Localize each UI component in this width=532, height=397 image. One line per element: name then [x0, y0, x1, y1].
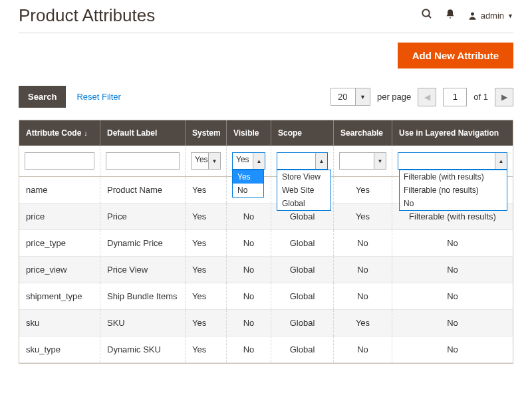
filter-searchable-value: [340, 153, 374, 169]
column-header-code[interactable]: Attribute Code↓: [19, 120, 100, 146]
notifications-icon[interactable]: [445, 9, 456, 23]
cell-scope: Global: [271, 336, 334, 362]
add-new-attribute-button[interactable]: Add New Attribute: [398, 43, 513, 68]
dropdown-option[interactable]: No: [400, 197, 507, 210]
cell-code: shipment_type: [19, 283, 100, 309]
chevron-up-icon: ▲: [315, 153, 327, 169]
reset-filter-link[interactable]: Reset Filter: [76, 92, 120, 102]
svg-point-0: [422, 9, 430, 17]
dropdown-option[interactable]: Web Site: [277, 184, 331, 197]
dropdown-option[interactable]: Global: [277, 197, 331, 210]
chevron-down-icon: ▼: [208, 153, 220, 169]
cell-visible: No: [227, 310, 271, 336]
cell-visible: No: [227, 257, 271, 283]
cell-scope: Global: [271, 257, 334, 283]
dropdown-option[interactable]: Store View: [277, 170, 331, 184]
page-total-label: of 1: [473, 92, 488, 102]
column-header-system[interactable]: System: [186, 120, 227, 146]
cell-label: Price: [100, 203, 186, 229]
cell-code: sku_type: [19, 336, 100, 362]
cell-label: Product Name: [100, 177, 186, 203]
filter-label-input[interactable]: [106, 152, 180, 170]
cell-visible: No: [227, 283, 271, 309]
dropdown-option[interactable]: Yes: [233, 170, 263, 184]
column-header-layered[interactable]: Use in Layered Navigation: [392, 120, 513, 146]
cell-visible: No: [227, 230, 271, 256]
dropdown-option[interactable]: No: [233, 184, 263, 197]
table-row[interactable]: sku_typeDynamic SKUYesNoGlobalNoNo: [19, 336, 513, 363]
chevron-down-icon: ▼: [355, 88, 370, 105]
cell-code: price_type: [19, 230, 100, 256]
table-row[interactable]: shipment_typeShip Bundle ItemsYesNoGloba…: [19, 283, 513, 310]
current-page-input[interactable]: [443, 88, 467, 106]
cell-code: price: [19, 203, 100, 229]
filter-scope-select[interactable]: ▲ Store View Web Site Global: [277, 152, 328, 170]
filter-visible-select[interactable]: Yes ▲ Yes No: [232, 152, 265, 170]
cell-scope: Global: [271, 310, 334, 336]
cell-layered: No: [392, 336, 513, 362]
filter-scope-dropdown: Store View Web Site Global: [277, 170, 331, 211]
column-header-label[interactable]: Default Label: [100, 120, 186, 146]
page-size-select[interactable]: 20 ▼: [331, 88, 370, 106]
cell-searchable: No: [334, 230, 392, 256]
cell-searchable: Yes: [334, 177, 392, 203]
cell-searchable: Yes: [334, 203, 392, 229]
column-header-scope[interactable]: Scope: [271, 120, 334, 146]
per-page-label: per page: [377, 92, 411, 102]
account-menu[interactable]: admin ▼: [467, 11, 513, 21]
filter-scope-value: [277, 153, 315, 169]
cell-label: SKU: [100, 310, 186, 336]
search-icon[interactable]: [421, 8, 433, 23]
svg-point-2: [471, 13, 474, 16]
column-header-searchable[interactable]: Searchable: [334, 120, 392, 146]
chevron-up-icon: ▲: [495, 153, 507, 169]
chevron-down-icon: ▼: [507, 13, 513, 19]
chevron-down-icon: ▼: [374, 153, 386, 169]
cell-searchable: No: [334, 283, 392, 309]
table-row[interactable]: price_typeDynamic PriceYesNoGlobalNoNo: [19, 230, 513, 257]
search-button[interactable]: Search: [19, 86, 66, 108]
cell-label: Ship Bundle Items: [100, 283, 186, 309]
dropdown-option[interactable]: Filterable (with results): [400, 170, 507, 184]
chevron-up-icon: ▲: [253, 153, 265, 169]
cell-label: Price View: [100, 257, 186, 283]
table-row[interactable]: skuSKUYesNoGlobalYesNo: [19, 310, 513, 336]
cell-searchable: No: [334, 336, 392, 362]
cell-layered: No: [392, 257, 513, 283]
cell-system: Yes: [186, 310, 227, 336]
column-header-visible[interactable]: Visible: [227, 120, 271, 146]
table-row[interactable]: price_viewPrice ViewYesNoGlobalNoNo: [19, 257, 513, 283]
page-title: Product Attributes: [19, 5, 155, 26]
filter-system-select[interactable]: Yes ▼: [191, 152, 221, 170]
cell-system: Yes: [186, 257, 227, 283]
filter-searchable-select[interactable]: ▼: [339, 152, 386, 170]
filter-layered-dropdown: Filterable (with results) Filterable (no…: [399, 170, 507, 211]
cell-label: Dynamic Price: [100, 230, 186, 256]
filter-code-input[interactable]: [25, 152, 94, 170]
dropdown-option[interactable]: Filterable (no results): [400, 184, 507, 197]
cell-visible: No: [227, 336, 271, 362]
cell-system: Yes: [186, 203, 227, 229]
svg-line-1: [428, 15, 431, 18]
cell-code: price_view: [19, 257, 100, 283]
cell-layered: No: [392, 283, 513, 309]
user-icon: [467, 11, 477, 21]
page-size-value: 20: [331, 88, 355, 105]
cell-searchable: Yes: [334, 310, 392, 336]
cell-system: Yes: [186, 230, 227, 256]
sort-desc-icon: ↓: [84, 129, 88, 137]
prev-page-button[interactable]: ◀: [418, 88, 436, 106]
cell-system: Yes: [186, 177, 227, 203]
next-page-button[interactable]: ▶: [495, 88, 513, 106]
filter-visible-value: Yes: [233, 153, 253, 169]
filter-system-value: Yes: [192, 153, 208, 169]
attributes-grid: Attribute Code↓ Default Label System Vis…: [19, 120, 513, 364]
filter-layered-select[interactable]: ▲ Filterable (with results) Filterable (…: [398, 152, 507, 170]
cell-searchable: No: [334, 257, 392, 283]
cell-system: Yes: [186, 336, 227, 362]
cell-visible: No: [227, 203, 271, 229]
cell-code: sku: [19, 310, 100, 336]
cell-layered: No: [392, 230, 513, 256]
cell-system: Yes: [186, 283, 227, 309]
admin-username: admin: [481, 11, 504, 21]
